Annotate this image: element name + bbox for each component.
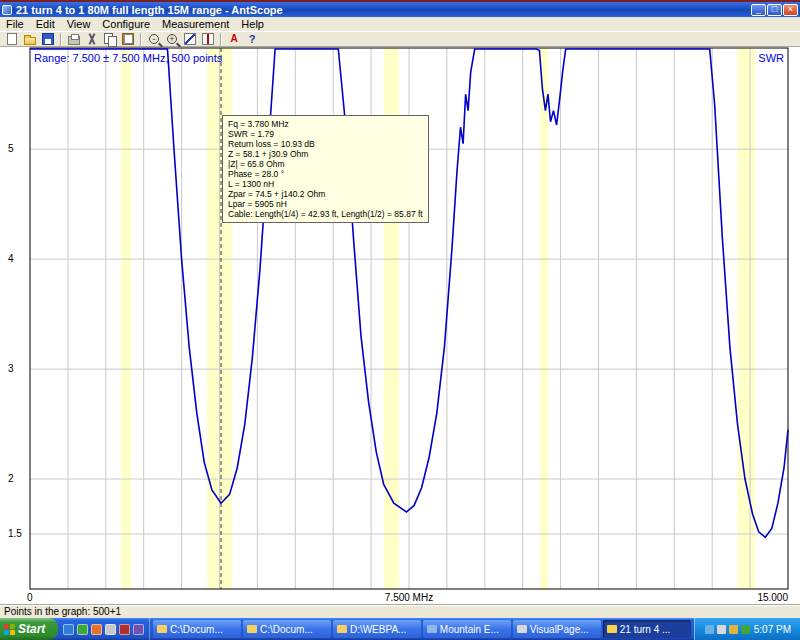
tray-network-icon[interactable] <box>705 625 714 634</box>
y-tick-label: 3 <box>8 363 14 374</box>
taskbar-task[interactable]: C:\Docum... <box>243 620 331 638</box>
quicklaunch-app2-icon[interactable] <box>133 624 144 635</box>
marker-button[interactable] <box>199 32 217 47</box>
taskbar-task[interactable]: D:\WEBPA... <box>333 620 421 638</box>
tray-volume-icon[interactable] <box>717 625 726 634</box>
tooltip-line: Cable: Length(1/4) = 42.93 ft, Length(1/… <box>228 209 423 219</box>
quicklaunch-media-icon[interactable] <box>91 624 102 635</box>
chart-area[interactable]: Range: 7.500 ± 7.500 MHz, 500 points SWR… <box>0 47 800 604</box>
tooltip-line: Lpar = 5905 nH <box>228 199 423 209</box>
task-label: 21 turn 4 ... <box>620 624 671 635</box>
menubar: FileEditViewConfigureMeasurementHelp <box>0 17 800 31</box>
save-icon <box>42 33 54 45</box>
task-icon <box>157 625 167 633</box>
quicklaunch-app1-icon[interactable] <box>119 624 130 635</box>
y-tick-label: 2 <box>8 473 14 484</box>
paste-button[interactable] <box>119 32 137 47</box>
menu-file[interactable]: File <box>0 18 30 30</box>
x-tick-label: 7.500 MHz <box>385 592 433 603</box>
windows-flag-icon <box>4 624 15 635</box>
tray-messenger-icon[interactable] <box>741 625 750 634</box>
toolbar-separator <box>140 33 142 46</box>
quicklaunch-bar <box>58 618 150 640</box>
maximize-button[interactable]: □ <box>767 4 782 16</box>
y-tick-label: 4 <box>8 253 14 264</box>
clock: 5:07 PM <box>754 624 791 635</box>
paste-icon <box>122 33 134 45</box>
toolbar-separator <box>220 33 222 46</box>
task-label: Mountain E... <box>440 624 499 635</box>
swr-mode-label: SWR <box>758 52 784 64</box>
open-button[interactable] <box>21 32 39 47</box>
statusbar: Points in the graph: 500+1 <box>0 604 800 618</box>
taskbar: Start C:\Docum...C:\Docum...D:\WEBPA...M… <box>0 618 800 640</box>
zoomin-icon: + <box>167 34 177 44</box>
menu-configure[interactable]: Configure <box>96 18 156 30</box>
y-tick-label: 5 <box>8 143 14 154</box>
print-icon <box>68 36 80 45</box>
minimize-button[interactable]: _ <box>751 4 766 16</box>
zoom-out-button[interactable]: - <box>145 32 163 47</box>
close-button[interactable]: × <box>783 4 798 16</box>
task-label: D:\WEBPA... <box>350 624 407 635</box>
tooltip-line: Zpar = 74.5 + j140.2 Ohm <box>228 189 423 199</box>
page-icon <box>7 33 17 45</box>
task-label: C:\Docum... <box>260 624 313 635</box>
window-title: 21 turn 4 to 1 80M full length 15M range… <box>16 4 750 16</box>
tooltip-line: L = 1300 nH <box>228 179 423 189</box>
menu-measurement[interactable]: Measurement <box>156 18 235 30</box>
x-tick-label: 15.000 <box>757 592 788 603</box>
cut-button[interactable] <box>83 32 101 47</box>
chart-icon <box>184 33 196 45</box>
taskbar-task[interactable]: 21 turn 4 ... <box>603 620 691 638</box>
x-tick-label: 0 <box>27 592 33 603</box>
copy-button[interactable] <box>101 32 119 47</box>
start-label: Start <box>18 622 45 636</box>
quicklaunch-browser-icon[interactable] <box>63 624 74 635</box>
task-icon <box>427 625 437 633</box>
zoom-in-button[interactable]: + <box>163 32 181 47</box>
statusbar-text: Points in the graph: 500+1 <box>4 606 121 617</box>
toolbar-separator <box>60 33 62 46</box>
cut-icon <box>86 33 98 45</box>
range-label: Range: 7.500 ± 7.500 MHz, 500 points <box>34 52 222 64</box>
chart-mode-button[interactable] <box>181 32 199 47</box>
tray-shield-icon[interactable] <box>729 625 738 634</box>
print-button[interactable] <box>65 32 83 47</box>
tooltip-line: |Z| = 65.8 Ohm <box>228 159 423 169</box>
taskbar-task[interactable]: C:\Docum... <box>153 620 241 638</box>
save-button[interactable] <box>39 32 57 47</box>
aa-icon: A <box>228 33 240 45</box>
tooltip-line: Fq = 3.780 MHz <box>228 119 423 129</box>
menu-view[interactable]: View <box>61 18 97 30</box>
tooltip-line: SWR = 1.79 <box>228 129 423 139</box>
menu-edit[interactable]: Edit <box>30 18 61 30</box>
tooltip-line: Z = 58.1 + j30.9 Ohm <box>228 149 423 159</box>
tooltip-line: Phase = 28.0 ° <box>228 169 423 179</box>
system-tray: 5:07 PM <box>694 618 800 640</box>
quicklaunch-desktop-icon[interactable] <box>77 624 88 635</box>
folder-icon <box>24 37 36 45</box>
task-icon <box>247 625 257 633</box>
help-icon: ? <box>246 33 258 45</box>
titlebar: 21 turn 4 to 1 80M full length 15M range… <box>0 2 800 17</box>
labels-button[interactable]: A <box>225 32 243 47</box>
new-button[interactable] <box>3 32 21 47</box>
task-icon <box>337 625 347 633</box>
help-button[interactable]: ? <box>243 32 261 47</box>
start-button[interactable]: Start <box>0 618 58 640</box>
zoomout-icon: - <box>149 34 159 44</box>
taskbar-tasks: C:\Docum...C:\Docum...D:\WEBPA...Mountai… <box>150 618 694 640</box>
task-icon <box>607 625 617 633</box>
tooltip-line: Return loss = 10.93 dB <box>228 139 423 149</box>
app-icon <box>2 5 12 15</box>
taskbar-task[interactable]: VisualPage... <box>513 620 601 638</box>
toolbar: -+A? <box>0 31 800 47</box>
taskbar-task[interactable]: Mountain E... <box>423 620 511 638</box>
marker-icon <box>202 33 214 45</box>
tray-icons <box>705 625 750 634</box>
menu-help[interactable]: Help <box>235 18 270 30</box>
task-icon <box>517 625 527 633</box>
cursor-tooltip: Fq = 3.780 MHzSWR = 1.79Return loss = 10… <box>222 115 429 223</box>
quicklaunch-mail-icon[interactable] <box>105 624 116 635</box>
